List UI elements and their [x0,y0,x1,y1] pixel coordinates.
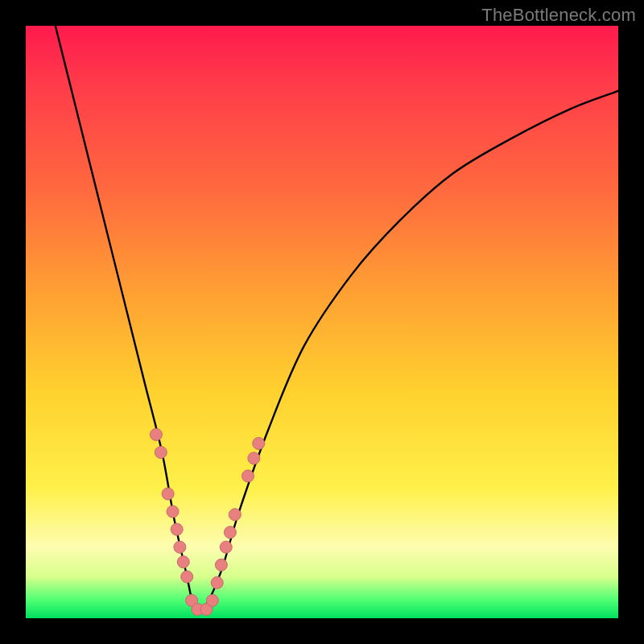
watermark-text: TheBottleneck.com [481,5,636,26]
data-point [167,506,179,518]
chart-plot-area [26,26,618,618]
data-point [181,571,193,583]
data-point [220,541,232,553]
data-point [215,559,227,571]
data-point [171,523,183,535]
data-point [150,428,162,440]
data-point [206,594,218,606]
chart-frame: TheBottleneck.com [0,0,644,644]
chart-svg [26,26,618,618]
data-point [248,452,260,464]
data-points [150,428,264,615]
data-point [162,488,174,500]
data-point [224,526,236,539]
data-point [211,576,223,588]
data-point [253,437,265,449]
data-point [174,541,186,553]
data-point [155,446,167,458]
data-point [177,556,189,568]
data-point [242,470,254,482]
data-point [229,509,241,521]
bottleneck-curve [56,26,618,614]
